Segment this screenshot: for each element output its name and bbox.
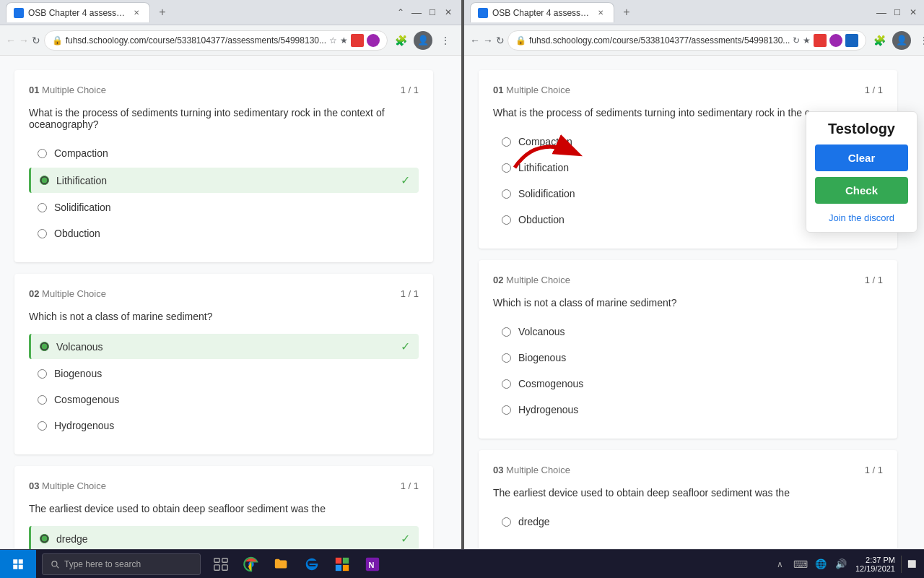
right-url-refresh-icon: ↻ [793, 35, 800, 46]
left-extensions-btn[interactable]: 🧩 [391, 30, 411, 51]
taskbar-search-text: Type here to search [64, 559, 141, 569]
right-back-btn[interactable]: ← [470, 30, 480, 51]
right-menu-btn[interactable]: ⋮ [914, 30, 924, 51]
left-q2-header: 02 Multiple Choice 1 / 1 [29, 288, 419, 299]
left-q1-score: 1 / 1 [401, 85, 419, 95]
left-q2-radio3[interactable] [38, 395, 47, 405]
right-content-wrapper: 01 Multiple Choice 1 / 1 What is the pro… [464, 56, 924, 549]
clear-button[interactable]: Clear [815, 144, 908, 171]
right-extensions-btn[interactable]: 🧩 [869, 30, 889, 51]
right-q3-text: The earliest device used to obtain deep … [493, 487, 883, 499]
left-q1-label4: Obduction [54, 228, 100, 239]
right-new-tab[interactable]: + [617, 3, 636, 22]
left-address-bar[interactable]: 🔒 fuhsd.schoology.com/course/5338104377/… [44, 30, 388, 51]
left-chrome-chevron[interactable]: ⌃ [393, 5, 408, 20]
right-q3-opt1[interactable]: dredge [493, 510, 883, 533]
left-q1-opt4[interactable]: Obduction [29, 222, 419, 245]
right-q1-radio1[interactable] [502, 137, 511, 147]
discord-link[interactable]: Join the discord [815, 212, 908, 223]
right-q2-radio4[interactable] [502, 405, 511, 415]
left-lock-icon: 🔒 [52, 35, 63, 46]
left-q1-radio4[interactable] [38, 229, 47, 238]
right-q2-opt2[interactable]: Biogenous [493, 346, 883, 369]
right-q2-opt1[interactable]: Volcanous [493, 320, 883, 343]
left-url-refresh: ☆ [329, 35, 337, 46]
check-button[interactable]: Check [815, 177, 908, 204]
right-q2-opt3[interactable]: Cosmogenous [493, 372, 883, 395]
right-q2-radio1[interactable] [502, 327, 511, 337]
right-q2-label4: Hydrogenous [518, 404, 578, 415]
right-q2-radio3[interactable] [502, 379, 511, 389]
right-refresh-btn[interactable]: ↻ [496, 30, 505, 51]
right-close[interactable]: ✕ [906, 5, 920, 20]
left-tab-close[interactable]: ✕ [131, 7, 142, 19]
left-forward-btn[interactable]: → [19, 30, 29, 51]
left-q3-radio1[interactable] [40, 534, 49, 543]
right-q2-header: 02 Multiple Choice 1 / 1 [493, 275, 883, 285]
taskbar-search[interactable]: Type here to search [42, 553, 201, 575]
right-q2-label2: Biogenous [518, 352, 566, 363]
left-q2-radio1[interactable] [40, 342, 49, 351]
left-profile-btn[interactable]: 👤 [414, 31, 432, 50]
chevron-up-icon[interactable]: ∧ [772, 556, 789, 573]
right-tab[interactable]: OSB Chapter 4 assessment | Sch... ✕ [470, 2, 614, 22]
left-q1-radio2[interactable] [40, 176, 49, 185]
right-q1-type: Multiple Choice [506, 85, 570, 95]
left-q2-opt3[interactable]: Cosmogenous [29, 388, 419, 411]
taskbar-search-icon [50, 559, 60, 569]
left-q1-label1: Compaction [54, 147, 108, 159]
keyboard-icon[interactable]: ⌨ [792, 556, 809, 573]
left-minimize[interactable]: — [409, 5, 424, 20]
task-view-btn[interactable] [206, 550, 235, 579]
right-q2-opt4[interactable]: Hydrogenous [493, 398, 883, 421]
right-address-bar[interactable]: 🔒 fuhsd.schoology.com/course/5338104377/… [507, 30, 866, 51]
left-close[interactable]: ✕ [441, 5, 456, 20]
right-q2-radio2[interactable] [502, 353, 511, 363]
left-q1-radio1[interactable] [38, 149, 47, 158]
right-profile-btn[interactable]: 👤 [892, 31, 911, 50]
show-desktop-btn[interactable]: ⬜ [901, 556, 918, 573]
right-q3-radio1[interactable] [502, 517, 511, 527]
onenote-taskbar-btn[interactable]: N [358, 550, 387, 579]
right-forward-btn[interactable]: → [483, 30, 493, 51]
left-q2-opt1[interactable]: Volcanous ✓ [29, 334, 419, 359]
right-q1-radio4[interactable] [502, 215, 511, 225]
right-q3-type: Multiple Choice [506, 465, 570, 475]
left-back-btn[interactable]: ← [6, 30, 16, 51]
left-maximize[interactable]: ☐ [425, 5, 440, 20]
taskbar-apps: N [206, 550, 387, 579]
right-minimize[interactable]: — [874, 5, 889, 20]
left-q2-radio2[interactable] [38, 369, 47, 379]
left-tab[interactable]: OSB Chapter 4 assessment | Sch... ✕ [6, 2, 150, 22]
right-q3-label1: dredge [518, 516, 550, 527]
left-q1-radio3[interactable] [38, 203, 47, 212]
chrome-taskbar-btn[interactable] [237, 550, 266, 579]
left-menu-btn[interactable]: ⋮ [435, 30, 456, 51]
file-explorer-btn[interactable] [267, 550, 296, 579]
store-taskbar-btn[interactable] [328, 550, 357, 579]
left-q1-opt3[interactable]: Solidification [29, 196, 419, 219]
volume-icon[interactable]: 🔊 [832, 556, 850, 573]
right-maximize[interactable]: ☐ [890, 5, 905, 20]
right-q1-label2: Lithification [518, 162, 569, 173]
left-refresh-btn[interactable]: ↻ [32, 30, 41, 51]
right-q1-radio2[interactable] [502, 163, 511, 173]
start-button[interactable] [0, 550, 36, 579]
taskbar-date-display: 12/19/2021 [855, 564, 895, 573]
left-q3-opt1[interactable]: dredge ✓ [29, 526, 419, 549]
left-q2-opt2[interactable]: Biogenous [29, 362, 419, 385]
right-tab-close[interactable]: ✕ [595, 7, 606, 19]
left-q1-opt2[interactable]: Lithification ✓ [29, 168, 419, 193]
task-view-icon [213, 556, 229, 572]
right-q1-radio3[interactable] [502, 189, 511, 199]
left-new-tab[interactable]: + [153, 3, 172, 22]
left-q2-opt4[interactable]: Hydrogenous [29, 414, 419, 437]
taskbar-clock[interactable]: 2:37 PM 12/19/2021 [855, 556, 895, 573]
network-icon[interactable]: 🌐 [812, 556, 829, 573]
left-url-text: fuhsd.schoology.com/course/5338104377/as… [66, 35, 326, 46]
edge-taskbar-btn[interactable] [297, 550, 326, 579]
left-q1-num: 01 Multiple Choice [29, 85, 106, 95]
testology-popup: Testology Clear Check Join the discord [806, 111, 918, 233]
left-q2-radio4[interactable] [38, 421, 47, 431]
left-q1-opt1[interactable]: Compaction [29, 142, 419, 165]
